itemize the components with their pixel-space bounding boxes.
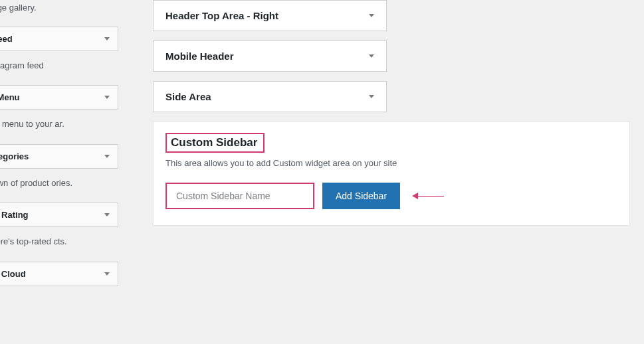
area-header-top-right[interactable]: Header Top Area - Right <box>153 0 387 31</box>
chevron-down-icon <box>104 213 110 216</box>
widget-description: or dropdown of product ories. <box>0 169 118 203</box>
widget-product-tag-cloud[interactable]: uct Tag Cloud <box>0 262 118 286</box>
available-widgets-column: ys an image gallery. gram Feed y your In… <box>0 0 118 286</box>
area-label: Mobile Header <box>165 50 234 62</box>
widget-title: uct Tag Cloud <box>0 269 26 279</box>
widget-description: y your Instagram feed <box>0 51 118 86</box>
chevron-down-icon <box>104 96 110 99</box>
arrow-left-icon <box>412 193 444 199</box>
chevron-down-icon <box>369 95 374 98</box>
chevron-down-icon <box>104 37 110 41</box>
chevron-down-icon <box>369 14 374 17</box>
add-sidebar-button[interactable]: Add Sidebar <box>322 183 400 209</box>
panel-description: This area allows you to add Custom widge… <box>165 158 617 168</box>
widget-product-categories[interactable]: uct Categories <box>0 144 118 169</box>
area-label: Side Area <box>165 91 211 102</box>
chevron-down-icon <box>104 155 110 158</box>
widget-title: gation Menu <box>0 92 20 102</box>
widget-products-by-rating[interactable]: ucts by Rating <box>0 203 118 227</box>
chevron-down-icon <box>104 272 110 276</box>
widget-description: of your store's top-rated cts. <box>0 227 118 262</box>
area-side-area[interactable]: Side Area <box>153 81 387 112</box>
area-mobile-header[interactable]: Mobile Header <box>153 41 387 72</box>
highlight-box: Custom Sidebar <box>165 133 265 153</box>
widget-navigation-menu[interactable]: gation Menu <box>0 85 118 110</box>
panel-title: Custom Sidebar <box>171 136 257 149</box>
widget-title: ucts by Rating <box>0 210 29 220</box>
area-label: Header Top Area - Right <box>165 10 278 21</box>
custom-sidebar-name-input[interactable] <box>165 183 314 209</box>
widget-title: gram Feed <box>0 34 13 44</box>
widget-description: ys an image gallery. <box>0 0 118 27</box>
widget-instagram-feed[interactable]: gram Feed <box>0 27 118 51</box>
chevron-down-icon <box>369 54 374 58</box>
widget-description: navigation menu to your ar. <box>0 110 118 144</box>
sidebar-areas-column: Header Top Area - Right Mobile Header Si… <box>153 0 631 226</box>
widget-title: uct Categories <box>0 151 29 161</box>
custom-sidebar-form: Add Sidebar <box>165 183 617 209</box>
custom-sidebar-panel: Custom Sidebar This area allows you to a… <box>153 122 630 226</box>
